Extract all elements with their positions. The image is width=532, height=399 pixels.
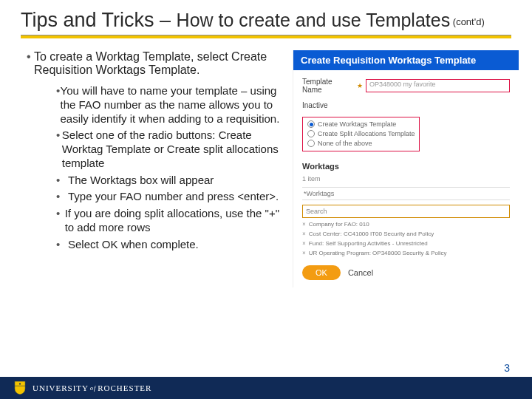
remove-icon[interactable]: × [302,231,306,237]
logo-of: of [90,385,96,392]
required-star: ★ [357,82,363,89]
inactive-row: Inactive [302,101,510,109]
sub-bullet: •Select one of the radio buttons: Create… [56,129,285,170]
template-name-row: Template Name ★ OP348000 my favorite [302,78,510,94]
radio-dot-icon [307,140,315,147]
template-name-label: Template Name [302,78,354,94]
shield-icon [13,381,27,395]
remove-icon[interactable]: × [302,240,306,247]
radio-create-worktags[interactable]: Create Worktags Template [307,120,415,128]
title-part1: Tips and Tricks [21,9,154,31]
worktag-line: ×Company for FAO: 010 [302,219,510,229]
svg-point-0 [19,383,21,385]
title-cont: (cont'd) [450,16,485,27]
sub-bullet: •You will have to name your template – u… [56,84,285,126]
ok-button[interactable]: OK [302,265,341,280]
template-name-input[interactable]: OP348000 my favorite [366,79,510,92]
worktag-line: ×UR Operating Program: OP348000 Security… [302,248,510,258]
worktags-column-head: *Worktags [302,187,510,200]
sub-bullet: •If you are doing split allocations, use… [56,207,285,235]
worktag-line: ×Cost Center: CC41000 IT00 Security and … [302,229,510,239]
radio-group: Create Worktags Template Create Split Al… [302,117,420,151]
radio-dot-icon [307,130,315,137]
worktags-search-input[interactable]: Search [302,205,510,218]
sub-bullet: •Type your FAO number and press <enter>. [56,190,285,204]
panel-header: Create Requisition Worktags Template [293,50,519,70]
sub-bullet: •Select OK when complete. [56,238,285,252]
logo-university: UNIVERSITY [33,383,89,392]
radio-dot-icon [307,120,315,128]
main-bullet-text: To create a Worktag Template, select Cre… [34,50,285,77]
slide-title-block: Tips and Tricks – How to create and use … [0,0,532,35]
inactive-label: Inactive [302,101,354,109]
title-part2: How to create and use Templates [177,10,451,30]
sub-bullet: •The Worktags box will appear [56,174,285,188]
title-sep: – [154,9,177,31]
cancel-button[interactable]: Cancel [348,268,373,277]
page-number: 3 [504,362,510,374]
remove-icon[interactable]: × [302,221,306,228]
university-logo: UNIVERSITYofROCHESTER [13,381,151,395]
logo-rochester: ROCHESTER [98,383,151,392]
radio-none[interactable]: None of the above [307,140,415,147]
form-screenshot: Create Requisition Worktags Template Tem… [293,50,519,287]
main-bullet: • To create a Worktag Template, select C… [27,50,285,77]
worktag-line: ×Fund: Self Supporting Activities - Unre… [302,239,510,248]
footer-bar: UNIVERSITYofROCHESTER [0,377,532,399]
worktags-section-label: Worktags [302,162,510,171]
radio-create-split[interactable]: Create Split Allocations Template [307,130,415,137]
search-placeholder: Search [306,208,327,215]
gold-underline [21,35,511,38]
remove-icon[interactable]: × [302,250,306,256]
items-count: 1 item [302,175,510,183]
